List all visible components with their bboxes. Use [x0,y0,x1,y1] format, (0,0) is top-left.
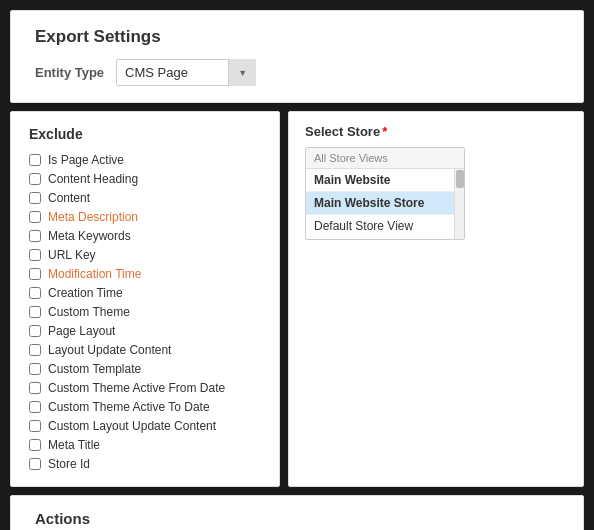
store-items: Main WebsiteMain Website StoreDefault St… [306,169,454,239]
checkbox-item: Custom Theme Active To Date [29,399,261,415]
checkbox-label-custom_theme[interactable]: Custom Theme [48,305,130,319]
checkbox-label-url_key[interactable]: URL Key [48,248,96,262]
checkbox-item: Page Layout [29,323,261,339]
store-item[interactable]: Main Website Store [306,192,454,215]
checkbox-label-store_id[interactable]: Store Id [48,457,90,471]
checkbox-store_id[interactable] [29,458,41,470]
checkbox-item: Creation Time [29,285,261,301]
main-content-row: Exclude Is Page ActiveContent HeadingCon… [10,111,584,487]
checkbox-item: Custom Theme [29,304,261,320]
checkbox-url_key[interactable] [29,249,41,261]
entity-type-select[interactable]: CMS PageCMS BlockProductCategory [116,59,256,86]
checkbox-item: Layout Update Content [29,342,261,358]
right-panel: Select Store* All Store Views Main Websi… [288,111,584,487]
checkbox-custom_layout_update_content[interactable] [29,420,41,432]
export-settings-title: Export Settings [35,27,559,47]
checkbox-is_page_active[interactable] [29,154,41,166]
checkbox-item: Meta Title [29,437,261,453]
checkbox-item: Store Id [29,456,261,472]
checkbox-content_heading[interactable] [29,173,41,185]
checkbox-label-modification_time[interactable]: Modification Time [48,267,141,281]
checkbox-page_layout[interactable] [29,325,41,337]
entity-type-select-wrapper: CMS PageCMS BlockProductCategory [116,59,256,86]
entity-type-row: Entity Type CMS PageCMS BlockProductCate… [35,59,559,86]
store-item[interactable]: Default Store View [306,215,454,237]
checkbox-item: Custom Theme Active From Date [29,380,261,396]
checkbox-label-meta_keywords[interactable]: Meta Keywords [48,229,131,243]
checkbox-item: URL Key [29,247,261,263]
export-settings-card: Export Settings Entity Type CMS PageCMS … [10,10,584,103]
checkbox-item: Content [29,190,261,206]
store-list-header: All Store Views [306,148,464,169]
checkbox-custom_theme[interactable] [29,306,41,318]
checkbox-custom_theme_active_from_date[interactable] [29,382,41,394]
actions-title: Actions [35,510,559,527]
checkbox-label-layout_update_content[interactable]: Layout Update Content [48,343,171,357]
checkbox-custom_theme_active_to_date[interactable] [29,401,41,413]
actions-card: Actions Export CMS Pages [10,495,584,530]
checkbox-label-meta_description[interactable]: Meta Description [48,210,138,224]
exclude-card: Exclude Is Page ActiveContent HeadingCon… [10,111,280,487]
checkbox-label-is_page_active[interactable]: Is Page Active [48,153,124,167]
checkbox-custom_template[interactable] [29,363,41,375]
checkbox-label-custom_theme_active_from_date[interactable]: Custom Theme Active From Date [48,381,225,395]
checkbox-label-custom_template[interactable]: Custom Template [48,362,141,376]
checkbox-meta_keywords[interactable] [29,230,41,242]
select-store-title: Select Store* [305,124,567,139]
checkbox-label-page_layout[interactable]: Page Layout [48,324,115,338]
checkbox-item: Meta Description [29,209,261,225]
required-marker: * [382,124,387,139]
checkbox-content[interactable] [29,192,41,204]
checkbox-item: Is Page Active [29,152,261,168]
store-list-inner: Main WebsiteMain Website StoreDefault St… [306,169,464,239]
checkbox-meta_title[interactable] [29,439,41,451]
checkbox-label-content_heading[interactable]: Content Heading [48,172,138,186]
select-store-card: Select Store* All Store Views Main Websi… [288,111,584,487]
checkbox-label-content[interactable]: Content [48,191,90,205]
checkbox-item: Content Heading [29,171,261,187]
checkbox-creation_time[interactable] [29,287,41,299]
checkbox-label-custom_layout_update_content[interactable]: Custom Layout Update Content [48,419,216,433]
exclude-title: Exclude [29,126,261,142]
checkbox-label-custom_theme_active_to_date[interactable]: Custom Theme Active To Date [48,400,210,414]
store-list-container: All Store Views Main WebsiteMain Website… [305,147,465,240]
checkbox-modification_time[interactable] [29,268,41,280]
checkbox-item: Modification Time [29,266,261,282]
checkbox-label-meta_title[interactable]: Meta Title [48,438,100,452]
checkbox-item: Custom Layout Update Content [29,418,261,434]
checkbox-list: Is Page ActiveContent HeadingContentMeta… [29,152,261,472]
checkbox-meta_description[interactable] [29,211,41,223]
checkbox-item: Meta Keywords [29,228,261,244]
checkbox-label-creation_time[interactable]: Creation Time [48,286,123,300]
entity-type-label: Entity Type [35,65,104,80]
store-list-header-label: All Store Views [314,152,388,164]
scrollbar-thumb [456,170,464,188]
checkbox-item: Custom Template [29,361,261,377]
checkbox-layout_update_content[interactable] [29,344,41,356]
store-item[interactable]: Main Website [306,169,454,192]
scrollbar-track[interactable] [454,169,464,239]
